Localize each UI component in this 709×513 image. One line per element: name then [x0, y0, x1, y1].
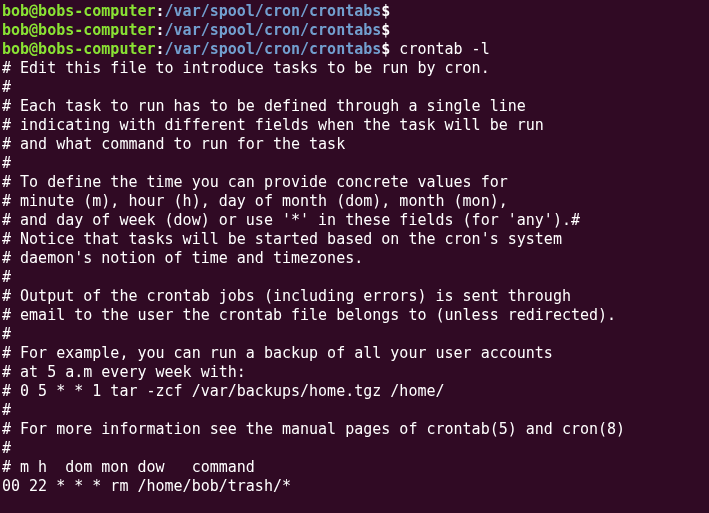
output-line: # m h dom mon dow command: [2, 458, 707, 477]
prompt-dollar: $: [381, 21, 390, 39]
prompt-line-2: bob@bobs-computer:/var/spool/cron/cronta…: [2, 21, 707, 40]
output-line: # and day of week (dow) or use '*' in th…: [2, 211, 707, 230]
output-line: # Notice that tasks will be started base…: [2, 230, 707, 249]
output-line: # 0 5 * * 1 tar -zcf /var/backups/home.t…: [2, 382, 707, 401]
output-line: # daemon's notion of time and timezones.: [2, 249, 707, 268]
output-line: # For more information see the manual pa…: [2, 420, 707, 439]
output-line: # For example, you can run a backup of a…: [2, 344, 707, 363]
output-line: # and what command to run for the task: [2, 135, 707, 154]
terminal-output[interactable]: bob@bobs-computer:/var/spool/cron/cronta…: [2, 2, 707, 496]
output-line: # at 5 a.m every week with:: [2, 363, 707, 382]
prompt-path: /var/spool/cron/crontabs: [165, 21, 382, 39]
prompt-path: /var/spool/cron/crontabs: [165, 2, 382, 20]
output-line: # Edit this file to introduce tasks to b…: [2, 59, 707, 78]
command-text: crontab -l: [390, 40, 489, 58]
prompt-dollar: $: [381, 40, 390, 58]
prompt-user: bob@bobs-computer: [2, 21, 156, 39]
output-line: #: [2, 154, 707, 173]
prompt-line-1: bob@bobs-computer:/var/spool/cron/cronta…: [2, 2, 707, 21]
prompt-colon: :: [156, 2, 165, 20]
output-line: #: [2, 325, 707, 344]
output-line: # minute (m), hour (h), day of month (do…: [2, 192, 707, 211]
output-line: # indicating with different fields when …: [2, 116, 707, 135]
prompt-colon: :: [156, 40, 165, 58]
output-line: #: [2, 78, 707, 97]
prompt-colon: :: [156, 21, 165, 39]
output-line: #: [2, 439, 707, 458]
output-line: # email to the user the crontab file bel…: [2, 306, 707, 325]
output-line: #: [2, 268, 707, 287]
output-line: # To define the time you can provide con…: [2, 173, 707, 192]
output-line: 00 22 * * * rm /home/bob/trash/*: [2, 477, 707, 496]
output-line: #: [2, 401, 707, 420]
prompt-user: bob@bobs-computer: [2, 2, 156, 20]
prompt-line-3: bob@bobs-computer:/var/spool/cron/cronta…: [2, 40, 707, 59]
output-line: # Output of the crontab jobs (including …: [2, 287, 707, 306]
prompt-user: bob@bobs-computer: [2, 40, 156, 58]
output-line: # Each task to run has to be defined thr…: [2, 97, 707, 116]
prompt-dollar: $: [381, 2, 390, 20]
prompt-path: /var/spool/cron/crontabs: [165, 40, 382, 58]
